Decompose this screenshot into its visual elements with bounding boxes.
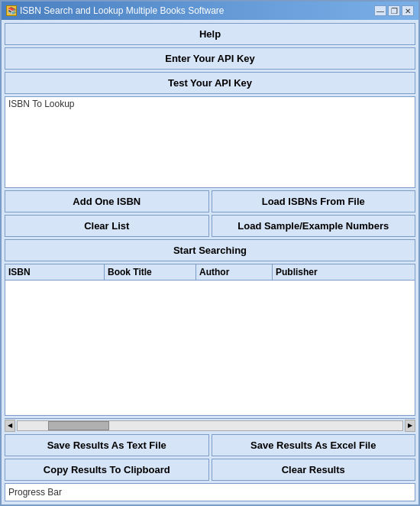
- results-table-body[interactable]: [5, 281, 415, 415]
- window-controls: — ❐ ✕: [374, 5, 414, 16]
- load-isbns-from-file-button[interactable]: Load ISBNs From File: [212, 190, 416, 212]
- progress-bar-label: Progress Bar: [8, 487, 62, 498]
- add-one-isbn-button[interactable]: Add One ISBN: [5, 190, 209, 212]
- scroll-left-arrow[interactable]: ◀: [5, 420, 15, 432]
- add-load-row: Add One ISBN Load ISBNs From File: [5, 190, 415, 212]
- column-isbn: ISBN: [5, 264, 105, 280]
- column-book-title: Book Title: [105, 264, 196, 280]
- start-searching-button[interactable]: Start Searching: [5, 239, 415, 261]
- app-icon: 📚: [6, 5, 17, 16]
- scroll-right-arrow[interactable]: ▶: [405, 420, 415, 432]
- column-publisher: Publisher: [273, 264, 415, 280]
- main-content: Help Enter Your API Key Test Your API Ke…: [2, 20, 418, 504]
- results-table-header: ISBN Book Title Author Publisher: [5, 264, 415, 281]
- main-window: 📚 ISBN Search and Lookup Multiple Books …: [0, 0, 420, 506]
- title-bar: 📚 ISBN Search and Lookup Multiple Books …: [2, 2, 418, 20]
- isbn-input-label: ISBN To Lookup: [5, 97, 415, 111]
- enter-api-key-button[interactable]: Enter Your API Key: [5, 47, 415, 70]
- test-api-key-button[interactable]: Test Your API Key: [5, 72, 415, 94]
- horizontal-scrollbar[interactable]: ◀ ▶: [5, 418, 415, 432]
- save-results-excel-button[interactable]: Save Results As Excel File: [212, 434, 416, 456]
- copy-results-clipboard-button[interactable]: Copy Results To Clipboard: [5, 459, 209, 481]
- save-row: Save Results As Text File Save Results A…: [5, 434, 415, 456]
- minimize-button[interactable]: —: [374, 5, 386, 16]
- scroll-thumb[interactable]: [48, 421, 109, 430]
- clear-list-button[interactable]: Clear List: [5, 215, 209, 237]
- scroll-track[interactable]: [17, 420, 403, 431]
- isbn-input-area: ISBN To Lookup: [5, 96, 415, 188]
- load-sample-numbers-button[interactable]: Load Sample/Example Numbers: [212, 215, 416, 237]
- results-table: ISBN Book Title Author Publisher: [5, 264, 415, 416]
- help-button[interactable]: Help: [5, 23, 415, 45]
- window-title: ISBN Search and Lookup Multiple Books So…: [20, 5, 224, 16]
- copy-clear-row: Copy Results To Clipboard Clear Results: [5, 459, 415, 481]
- clear-results-button[interactable]: Clear Results: [212, 459, 416, 481]
- progress-bar-area: Progress Bar: [5, 483, 415, 501]
- isbn-textarea[interactable]: [5, 111, 415, 186]
- close-button[interactable]: ✕: [402, 5, 414, 16]
- column-author: Author: [196, 264, 273, 280]
- restore-button[interactable]: ❐: [388, 5, 400, 16]
- save-results-text-button[interactable]: Save Results As Text File: [5, 434, 209, 456]
- clear-load-sample-row: Clear List Load Sample/Example Numbers: [5, 215, 415, 237]
